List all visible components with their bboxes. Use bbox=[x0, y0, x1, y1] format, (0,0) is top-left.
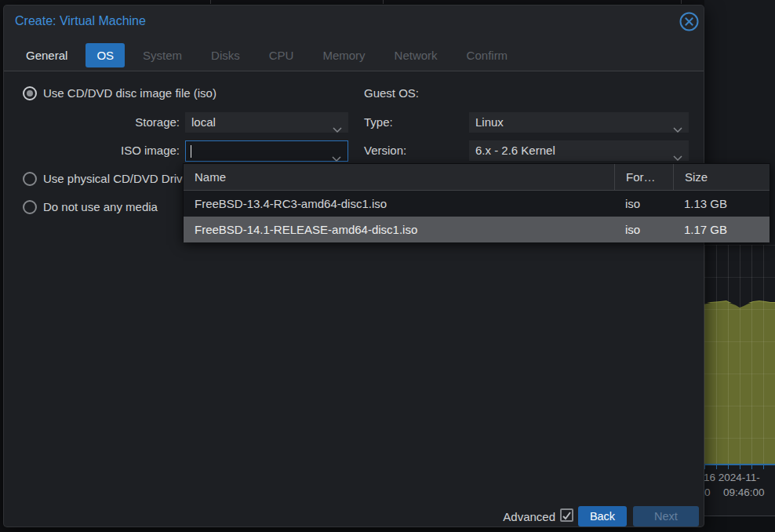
column-header-format[interactable]: For… bbox=[614, 164, 673, 190]
graph-x-label-time: 09:46:00 bbox=[723, 486, 765, 498]
iso-size: 1.17 GB bbox=[673, 217, 770, 242]
iso-image-label: ISO image: bbox=[51, 144, 180, 158]
text-cursor bbox=[191, 145, 191, 158]
os-version-value: 6.x - 2.6 Kernel bbox=[475, 144, 555, 157]
os-type-value: Linux bbox=[475, 115, 504, 129]
radio-physical-drive[interactable] bbox=[23, 172, 37, 186]
radio-no-media-label: Do not use any media bbox=[43, 200, 158, 214]
back-button[interactable]: Back bbox=[578, 506, 627, 527]
wizard-tabbar: General OS System Disks CPU Memory Netwo… bbox=[15, 43, 518, 67]
tab-network: Network bbox=[384, 43, 449, 67]
chevron-down-icon[interactable] bbox=[333, 119, 342, 140]
iso-dropdown-header: Name For… Size bbox=[184, 164, 770, 191]
background-column-divider bbox=[383, 0, 384, 4]
next-button[interactable]: Next bbox=[633, 506, 699, 527]
radio-no-media[interactable] bbox=[23, 200, 37, 214]
storage-select[interactable]: local bbox=[185, 112, 348, 133]
background-column-divider bbox=[681, 0, 682, 4]
background-column-divider bbox=[210, 0, 211, 4]
iso-image-combobox[interactable] bbox=[185, 140, 348, 162]
iso-list-item-highlighted[interactable]: FreeBSD-14.1-RELEASE-amd64-disc1.iso iso… bbox=[184, 217, 770, 242]
screen: 16 2024-11- 0 09:46:00 Create: Virtual M… bbox=[0, 0, 775, 532]
dialog-body bbox=[4, 71, 704, 527]
storage-value: local bbox=[191, 115, 216, 129]
background-usage-graph: 16 2024-11- 0 09:46:00 bbox=[704, 0, 775, 532]
tab-general[interactable]: General bbox=[15, 43, 78, 67]
iso-size: 1.13 GB bbox=[673, 191, 770, 217]
tab-cpu: CPU bbox=[258, 43, 305, 67]
storage-label: Storage: bbox=[51, 115, 180, 129]
column-header-name[interactable]: Name bbox=[184, 164, 614, 190]
graph-x-axis-ticks bbox=[704, 465, 775, 469]
tab-os[interactable]: OS bbox=[86, 43, 125, 67]
iso-name: FreeBSD-13.4-RC3-amd64-disc1.iso bbox=[184, 191, 614, 217]
advanced-checkbox[interactable] bbox=[560, 508, 573, 522]
os-version-select[interactable]: 6.x - 2.6 Kernel bbox=[469, 140, 689, 161]
radio-use-iso[interactable] bbox=[23, 86, 37, 100]
tab-system: System bbox=[132, 43, 193, 67]
iso-name: FreeBSD-14.1-RELEASE-amd64-disc1.iso bbox=[184, 217, 614, 242]
column-header-size[interactable]: Size bbox=[673, 164, 770, 190]
tab-disks: Disks bbox=[200, 43, 251, 67]
tab-memory: Memory bbox=[311, 43, 376, 67]
advanced-label: Advanced bbox=[443, 510, 555, 523]
tab-confirm: Confirm bbox=[456, 43, 519, 67]
radio-use-iso-label: Use CD/DVD disc image file (iso) bbox=[43, 86, 216, 100]
graph-x-label-date: 16 2024-11- bbox=[704, 472, 760, 483]
iso-list-item[interactable]: FreeBSD-13.4-RC3-amd64-disc1.iso iso 1.1… bbox=[184, 191, 770, 217]
version-label: Version: bbox=[364, 144, 406, 158]
radio-physical-drive-label: Use physical CD/DVD Drive bbox=[43, 172, 192, 186]
chevron-down-icon[interactable] bbox=[673, 119, 682, 140]
iso-dropdown-list: Name For… Size FreeBSD-13.4-RC3-amd64-di… bbox=[183, 163, 770, 242]
close-icon[interactable] bbox=[679, 11, 700, 32]
graph-x-label-time-clipped: 0 bbox=[704, 486, 711, 498]
type-label: Type: bbox=[364, 115, 393, 129]
background-bottom-panel bbox=[704, 516, 775, 532]
dialog-title: Create: Virtual Machine bbox=[15, 14, 146, 28]
iso-format: iso bbox=[614, 191, 673, 217]
guest-os-heading: Guest OS: bbox=[364, 86, 419, 100]
area-series bbox=[703, 301, 775, 465]
iso-format: iso bbox=[614, 217, 673, 242]
os-type-select[interactable]: Linux bbox=[469, 112, 689, 133]
create-vm-dialog: Create: Virtual Machine General OS Syste… bbox=[3, 5, 704, 527]
